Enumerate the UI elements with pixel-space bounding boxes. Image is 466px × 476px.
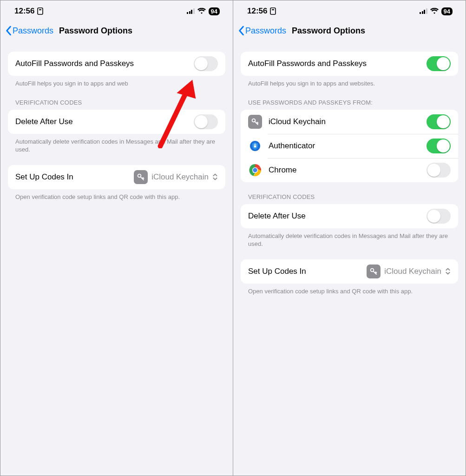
setup-codes-row[interactable]: Set Up Codes In iCloud Keychain [241,259,458,284]
chevron-updown-icon [445,267,451,276]
delete-after-use-footer: Automatically delete verification codes … [241,228,458,248]
provider-row-chrome[interactable]: Chrome [241,158,458,182]
key-icon [134,170,148,184]
autofill-row[interactable]: AutoFill Passwords and Passkeys [8,52,225,76]
nav-bar: Passwords Password Options [0,22,233,42]
battery-indicator: 94 [209,7,220,15]
status-bar: 12:56 94 [233,0,466,22]
provider-label: iCloud Keychain [269,117,427,126]
wifi-icon [430,8,439,14]
autofill-toggle[interactable] [194,56,218,71]
provider-label: Authenticator [269,141,427,151]
setup-codes-selector[interactable]: iCloud Keychain [134,170,218,184]
battery-indicator: 94 [441,7,453,15]
autofill-footer: AutoFill helps you sign in to apps and w… [8,76,225,88]
delete-after-use-row[interactable]: Delete After Use [241,204,458,228]
verification-header: VERIFICATION CODES [241,193,458,204]
back-label: Passwords [245,26,286,36]
back-label: Passwords [13,26,53,36]
autofill-footer: AutoFill helps you sign in to apps and w… [241,76,458,88]
page-title: Password Options [292,26,365,36]
svg-rect-8 [254,145,256,147]
wifi-icon [197,8,206,14]
content-area: AutoFill Passwords and Passkeys AutoFill… [233,42,466,295]
status-time: 12:56 [14,7,34,16]
chevron-updown-icon [212,172,218,181]
status-time: 12:56 [247,7,267,16]
authenticator-icon [248,139,262,153]
verification-header: VERIFICATION CODES [8,99,225,110]
setup-codes-value: iCloud Keychain [384,267,441,276]
provider-row-authenticator[interactable]: Authenticator [241,134,458,158]
back-button[interactable]: Passwords [238,26,286,36]
setup-codes-value: iCloud Keychain [151,172,209,182]
providers-header: USE PASSWORDS AND PASSKEYS FROM: [241,99,458,110]
chevron-left-icon [238,26,244,36]
delete-after-use-toggle[interactable] [194,114,218,129]
phone-screen-left: 12:56 94 Passwords Password Options Auto… [0,0,233,476]
chrome-icon [248,163,262,177]
provider-row-icloud[interactable]: iCloud Keychain [241,110,458,134]
autofill-row[interactable]: AutoFill Passwords and Passkeys [241,52,458,76]
delete-after-use-row[interactable]: Delete After Use [8,110,225,134]
chevron-left-icon [5,26,12,36]
delete-after-use-label: Delete After Use [248,212,427,221]
key-icon [367,264,381,278]
autofill-label: AutoFill Passwords and Passkeys [15,59,194,68]
phone-screen-right: 12:56 94 Passwords Password Options Auto… [233,0,466,476]
key-icon [248,115,262,129]
setup-codes-label: Set Up Codes In [15,172,134,182]
delete-after-use-footer: Automatically delete verification codes … [8,134,225,154]
card-icon [270,7,276,15]
delete-after-use-toggle[interactable] [427,209,451,224]
autofill-label: AutoFill Passwords and Passkeys [248,59,427,68]
svg-rect-5 [272,9,274,10]
provider-label: Chrome [269,165,427,175]
status-bar: 12:56 94 [0,0,233,22]
back-button[interactable]: Passwords [5,26,53,36]
setup-codes-footer: Open verification code setup links and Q… [8,189,225,201]
provider-toggle-authenticator[interactable] [427,139,451,153]
autofill-toggle[interactable] [427,56,451,71]
setup-codes-selector[interactable]: iCloud Keychain [367,264,451,278]
content-area: AutoFill Passwords and Passkeys AutoFill… [0,42,233,201]
provider-toggle-chrome[interactable] [427,163,451,178]
setup-codes-label: Set Up Codes In [248,267,367,276]
delete-after-use-label: Delete After Use [15,117,194,126]
cell-signal-icon [420,8,427,14]
svg-rect-0 [38,8,43,14]
svg-rect-4 [270,8,276,14]
page-title: Password Options [59,26,132,36]
nav-bar: Passwords Password Options [233,22,466,42]
provider-toggle-icloud[interactable] [427,114,451,129]
card-icon [37,7,43,15]
setup-codes-footer: Open verification code setup links and Q… [241,284,458,296]
setup-codes-row[interactable]: Set Up Codes In iCloud Keychain [8,165,225,189]
cell-signal-icon [187,8,195,14]
svg-rect-1 [39,9,41,10]
